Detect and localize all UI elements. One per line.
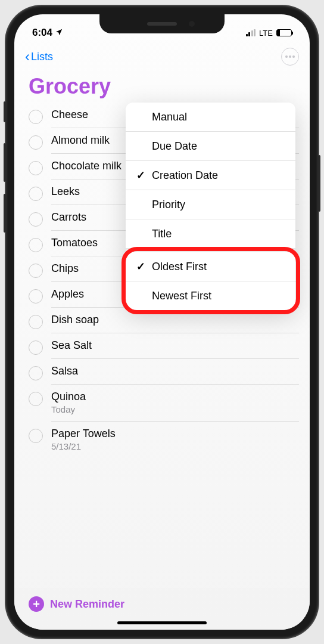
complete-circle[interactable] <box>29 238 43 252</box>
reminder-subtitle: Today <box>51 404 299 414</box>
reminder-item[interactable]: Sea Salt <box>29 333 310 359</box>
complete-circle[interactable] <box>29 264 43 278</box>
complete-circle[interactable] <box>29 135 43 150</box>
mute-switch <box>4 101 6 122</box>
sort-option[interactable]: ✓Priority <box>126 190 295 219</box>
network-label: LTE <box>259 29 273 38</box>
screen: 6:04 LTE ‹ Lists Gr <box>14 14 310 630</box>
sort-option-label: Newest First <box>152 290 211 302</box>
reminder-title: Paper Towels <box>51 428 299 440</box>
signal-icon <box>246 29 256 36</box>
reminder-subtitle: 5/13/21 <box>51 441 299 451</box>
reminder-title: Quinoa <box>51 391 299 403</box>
complete-circle[interactable] <box>29 110 43 124</box>
status-time: 6:04 <box>32 27 52 39</box>
location-icon <box>55 28 63 38</box>
sort-option-label: Priority <box>152 199 185 211</box>
home-indicator[interactable] <box>117 621 207 624</box>
complete-circle[interactable] <box>29 392 43 406</box>
sort-option-label: Title <box>152 228 172 240</box>
reminder-title: Salsa <box>51 365 299 377</box>
complete-circle[interactable] <box>29 187 43 201</box>
checkmark-icon: ✓ <box>136 169 146 182</box>
battery-icon <box>276 29 292 36</box>
sort-option[interactable]: ✓Newest First <box>126 281 295 310</box>
complete-circle[interactable] <box>29 212 43 227</box>
sort-option-label: Due Date <box>152 140 197 153</box>
complete-circle[interactable] <box>29 161 43 175</box>
sort-option-label: Manual <box>152 111 187 123</box>
sort-option-label: Oldest First <box>152 261 207 273</box>
more-button[interactable] <box>281 48 299 66</box>
sort-option[interactable]: ✓Creation Date <box>126 161 295 190</box>
list-title: Grocery <box>14 74 310 103</box>
phone-frame: 6:04 LTE ‹ Lists Gr <box>6 6 318 638</box>
reminder-title: Sea Salt <box>51 339 299 352</box>
sort-popover: ✓Manual✓Due Date✓Creation Date✓Priority✓… <box>126 103 295 310</box>
checkmark-icon: ✓ <box>136 260 146 273</box>
complete-circle[interactable] <box>29 289 43 304</box>
complete-circle[interactable] <box>29 340 43 355</box>
nav-bar: ‹ Lists <box>14 43 310 74</box>
reminder-item[interactable]: Paper Towels5/13/21 <box>29 422 310 458</box>
sort-option[interactable]: ✓Manual <box>126 103 295 132</box>
back-label: Lists <box>31 51 53 63</box>
complete-circle[interactable] <box>29 429 43 443</box>
new-reminder-button[interactable]: New Reminder <box>50 598 124 611</box>
sort-option-label: Creation Date <box>152 169 218 182</box>
chevron-left-icon: ‹ <box>25 49 30 64</box>
sort-option[interactable]: ✓Title <box>126 219 295 249</box>
sort-option[interactable]: ✓Due Date <box>126 132 295 161</box>
reminder-title: Dish soap <box>51 314 299 326</box>
complete-circle[interactable] <box>29 315 43 329</box>
reminder-item[interactable]: Dish soap <box>29 308 310 333</box>
ellipsis-icon <box>285 55 295 58</box>
sort-option[interactable]: ✓Oldest First <box>126 249 295 281</box>
volume-up-button <box>4 143 6 182</box>
reminder-item[interactable]: QuinoaToday <box>29 385 310 422</box>
power-button <box>318 155 320 212</box>
reminder-item[interactable]: Salsa <box>29 359 310 385</box>
notch <box>99 14 225 33</box>
complete-circle[interactable] <box>29 366 43 380</box>
volume-down-button <box>4 194 6 233</box>
plus-icon[interactable]: + <box>29 596 44 612</box>
back-button[interactable]: ‹ Lists <box>25 49 53 64</box>
